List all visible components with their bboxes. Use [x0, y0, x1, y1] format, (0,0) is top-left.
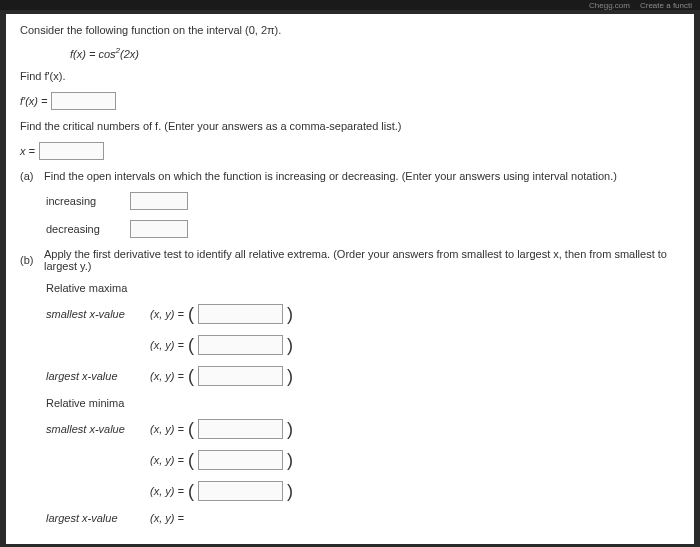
chegg-label: Chegg.com	[589, 1, 630, 10]
part-b-text: Apply the first derivative test to ident…	[44, 248, 680, 272]
increasing-input[interactable]	[130, 192, 188, 210]
maxima-smallest-label: smallest x-value	[46, 308, 146, 320]
xy-label-4: (x, y) =	[150, 423, 184, 435]
find-critical-prompt: Find the critical numbers of f. (Enter y…	[20, 120, 401, 132]
xy-label-6: (x, y) =	[150, 485, 184, 497]
minima-smallest-input[interactable]	[198, 419, 283, 439]
browser-topbar: Chegg.com Create a functi	[0, 0, 700, 10]
xy-label-5: (x, y) =	[150, 454, 184, 466]
part-a-label: (a)	[20, 170, 44, 182]
fprime-input[interactable]	[51, 92, 116, 110]
xy-label-1: (x, y) =	[150, 308, 184, 320]
relative-maxima-heading: Relative maxima	[46, 282, 127, 294]
critical-numbers-input[interactable]	[39, 142, 104, 160]
decreasing-input[interactable]	[130, 220, 188, 238]
maxima-smallest-input[interactable]	[198, 304, 283, 324]
minima-mid1-input[interactable]	[198, 450, 283, 470]
minima-smallest-label: smallest x-value	[46, 423, 146, 435]
minima-largest-label: largest x-value	[46, 512, 146, 524]
problem-page: Consider the following function on the i…	[6, 14, 694, 544]
problem-intro: Consider the following function on the i…	[20, 24, 281, 36]
function-definition: f(x) = cos2(2x)	[70, 46, 139, 60]
create-label: Create a functi	[640, 1, 692, 10]
maxima-largest-input[interactable]	[198, 366, 283, 386]
increasing-label: increasing	[46, 195, 126, 207]
maxima-mid-input[interactable]	[198, 335, 283, 355]
maxima-largest-label: largest x-value	[46, 370, 146, 382]
part-b-label: (b)	[20, 254, 44, 266]
xy-label-2: (x, y) =	[150, 339, 184, 351]
part-a-text: Find the open intervals on which the fun…	[44, 170, 680, 182]
xy-label-7: (x, y) =	[150, 512, 184, 524]
fprime-label: f'(x) =	[20, 95, 47, 107]
xy-label-3: (x, y) =	[150, 370, 184, 382]
relative-minima-heading: Relative minima	[46, 397, 124, 409]
find-derivative-prompt: Find f'(x).	[20, 70, 66, 82]
decreasing-label: decreasing	[46, 223, 126, 235]
minima-mid2-input[interactable]	[198, 481, 283, 501]
x-equals-label: x =	[20, 145, 35, 157]
